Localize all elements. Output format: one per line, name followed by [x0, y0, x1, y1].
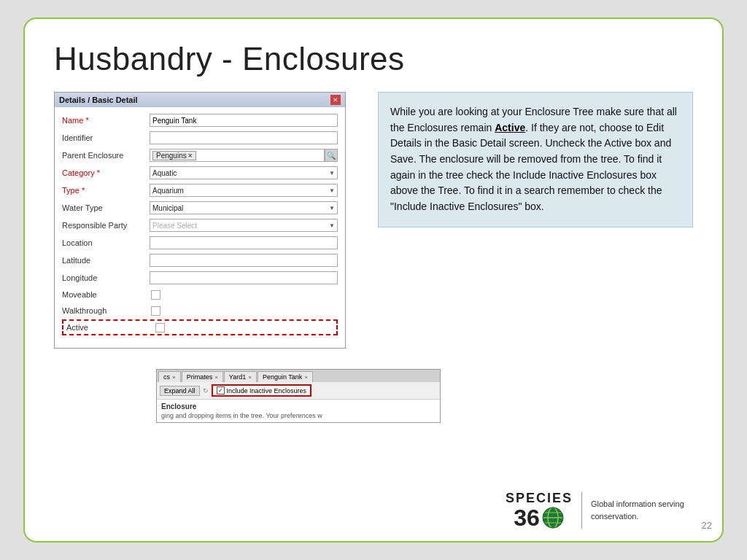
tab-yard1-label: Yard1	[229, 373, 246, 381]
toolbar-bar: Expand All ↻ ✓ Include Inactive Enclosur…	[157, 382, 440, 400]
select-category[interactable]: Aquatic ▼	[150, 166, 338, 179]
dialog-body: Name * Identifier Parent Enclosure Pen	[55, 107, 345, 348]
tabs-bar: cs × Primates × Yard1 × Penguin Tank ×	[157, 370, 440, 382]
include-inactive-label: Include Inactive Enclosures	[227, 387, 307, 394]
info-box: While you are looking at your Enclosure …	[378, 92, 693, 228]
input-name[interactable]	[150, 114, 338, 127]
form-row-identifier: Identifier	[62, 129, 338, 147]
select-category-value: Aquatic	[152, 169, 177, 177]
select-category-arrow: ▼	[329, 170, 335, 176]
dialog-close-button[interactable]: ✕	[330, 95, 341, 105]
tab-yard1[interactable]: Yard1 ×	[224, 371, 257, 382]
info-paragraph-after-active: . If they are not, choose to Edit Detail…	[390, 122, 671, 212]
logo-number-row: 36	[514, 506, 565, 529]
enclosure-hint: ging and dropping items in the tree. You…	[161, 412, 436, 419]
label-responsible-party: Responsible Party	[62, 221, 150, 230]
tab-cs[interactable]: cs ×	[158, 371, 181, 382]
details-dialog: Details / Basic Detail ✕ Name * Identifi…	[54, 92, 346, 349]
form-row-water-type: Water Type Municipal ▼	[62, 199, 338, 217]
label-water-type: Water Type	[62, 203, 150, 212]
select-water-type[interactable]: Municipal ▼	[150, 201, 338, 214]
tab-primates-close[interactable]: ×	[214, 374, 218, 381]
penguins-tag[interactable]: Penguins ×	[152, 151, 196, 160]
info-active-word: Active	[495, 122, 525, 133]
logo-360-text: 36	[514, 506, 540, 529]
select-water-type-arrow: ▼	[329, 205, 335, 211]
tab-cs-close[interactable]: ×	[172, 374, 176, 381]
enclosure-header: Enclosure	[161, 402, 436, 411]
select-type-value: Aquarium	[152, 187, 184, 195]
label-name: Name *	[62, 116, 150, 125]
form-row-parent-enclosure: Parent Enclosure Penguins × 🔍	[62, 147, 338, 164]
input-longitude[interactable]	[150, 271, 338, 284]
tab-primates[interactable]: Primates ×	[182, 371, 223, 382]
refresh-icon: ↻	[203, 387, 209, 394]
form-row-walkthrough: Walkthrough	[62, 303, 338, 319]
select-responsible-party-value: Please Select	[152, 222, 197, 230]
form-row-longitude: Longitude	[62, 269, 338, 287]
species-label: SPECIES	[506, 491, 573, 506]
bottom-screenshot: cs × Primates × Yard1 × Penguin Tank ×	[156, 369, 441, 423]
tab-primates-label: Primates	[187, 373, 213, 381]
logo-divider	[581, 492, 582, 529]
globe-icon	[541, 506, 565, 529]
select-responsible-party-arrow: ▼	[329, 222, 335, 229]
form-row-category: Category * Aquatic ▼	[62, 164, 338, 182]
parent-enclosure-search-button[interactable]: 🔍	[325, 149, 338, 162]
expand-all-button[interactable]: Expand All	[160, 386, 200, 396]
include-inactive-enclosures-checkbox-container[interactable]: ✓ Include Inactive Enclosures	[212, 384, 312, 397]
slide: Husbandry - Enclosures Details / Basic D…	[23, 18, 724, 542]
label-type: Type *	[62, 186, 150, 195]
checkbox-active[interactable]	[155, 323, 165, 332]
label-walkthrough: Walkthrough	[62, 306, 150, 315]
footer: SPECIES 36 Global information serving co…	[54, 491, 693, 529]
dialog-titlebar: Details / Basic Detail ✕	[55, 93, 345, 107]
input-latitude[interactable]	[150, 254, 338, 267]
form-row-active: Active	[62, 319, 338, 335]
label-moveable: Moveable	[62, 290, 150, 299]
label-longitude: Longitude	[62, 273, 150, 282]
form-row-responsible-party: Responsible Party Please Select ▼	[62, 217, 338, 234]
label-parent-enclosure: Parent Enclosure	[62, 151, 150, 160]
form-row-location: Location	[62, 234, 338, 252]
checkbox-walkthrough[interactable]	[151, 306, 160, 316]
tab-yard1-close[interactable]: ×	[248, 374, 252, 381]
slide-number: 22	[702, 520, 712, 531]
form-row-moveable: Moveable	[62, 287, 338, 303]
tab-penguin-tank-close[interactable]: ×	[304, 374, 308, 381]
parent-enclosure-tag-field[interactable]: Penguins ×	[150, 149, 325, 162]
select-responsible-party[interactable]: Please Select ▼	[150, 219, 338, 232]
label-active: Active	[66, 323, 154, 332]
label-location: Location	[62, 238, 150, 247]
tag-label: Penguins	[156, 152, 187, 160]
select-water-type-value: Municipal	[152, 204, 183, 212]
slide-title: Husbandry - Enclosures	[54, 41, 693, 77]
bottom-content: Enclosure ging and dropping items in the…	[157, 400, 440, 422]
tab-penguin-tank-label: Penguin Tank	[263, 373, 302, 381]
label-category: Category *	[62, 168, 150, 177]
species360-logo: SPECIES 36 Global information serving co…	[506, 491, 693, 529]
tag-remove[interactable]: ×	[188, 152, 193, 160]
tagline: Global information serving conservation.	[591, 498, 693, 522]
tab-penguin-tank[interactable]: Penguin Tank ×	[258, 371, 313, 382]
checkbox-moveable[interactable]	[151, 290, 160, 300]
input-identifier[interactable]	[150, 131, 338, 144]
include-inactive-checkbox[interactable]: ✓	[217, 386, 225, 394]
select-type-arrow: ▼	[329, 187, 335, 194]
tab-cs-label: cs	[163, 373, 170, 381]
dialog-title: Details / Basic Detail	[59, 96, 138, 104]
content-area: Details / Basic Detail ✕ Name * Identifi…	[54, 92, 693, 349]
label-latitude: Latitude	[62, 256, 150, 265]
form-row-name: Name *	[62, 112, 338, 129]
logo-text-block: SPECIES 36	[506, 491, 573, 529]
form-row-type: Type * Aquarium ▼	[62, 182, 338, 199]
form-row-latitude: Latitude	[62, 252, 338, 269]
input-location[interactable]	[150, 236, 338, 249]
label-identifier: Identifier	[62, 133, 150, 142]
select-type[interactable]: Aquarium ▼	[150, 184, 338, 197]
screenshots-panel: Details / Basic Detail ✕ Name * Identifi…	[54, 92, 360, 349]
